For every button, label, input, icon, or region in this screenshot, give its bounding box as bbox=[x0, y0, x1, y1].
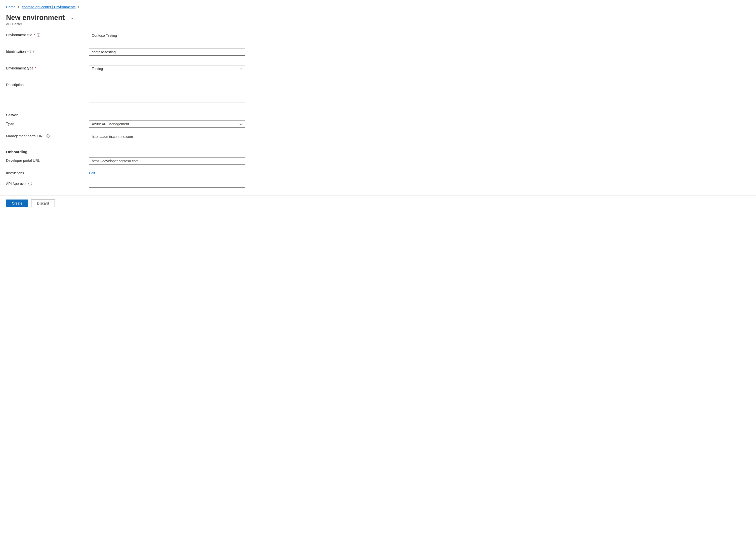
create-button[interactable]: Create bbox=[6, 200, 28, 207]
env-type-select[interactable] bbox=[89, 65, 245, 72]
server-type-select[interactable] bbox=[89, 120, 245, 127]
mgmt-url-input[interactable] bbox=[89, 133, 245, 140]
approver-input[interactable] bbox=[89, 181, 245, 188]
breadcrumb: Home contoso-api-center | Environments bbox=[6, 5, 750, 9]
required-indicator: * bbox=[35, 66, 36, 70]
breadcrumb-parent[interactable]: contoso-api-center | Environments bbox=[22, 5, 75, 9]
required-indicator: * bbox=[27, 50, 29, 54]
onboarding-heading: Onboarding bbox=[6, 150, 247, 154]
server-type-label: Type bbox=[6, 121, 14, 125]
approver-label: API Approver bbox=[6, 182, 27, 186]
breadcrumb-home[interactable]: Home bbox=[6, 5, 15, 9]
page-subtitle: API Center bbox=[6, 22, 750, 26]
instructions-label: Instructions bbox=[6, 171, 24, 175]
env-title-label: Environment title bbox=[6, 33, 32, 37]
env-type-label: Environment type bbox=[6, 66, 34, 70]
footer-bar: Create Discard bbox=[0, 195, 756, 211]
edit-instructions-link[interactable]: Edit bbox=[89, 170, 95, 175]
description-label: Description bbox=[6, 83, 24, 87]
required-indicator: * bbox=[34, 33, 35, 37]
discard-button[interactable]: Discard bbox=[31, 200, 55, 207]
description-input[interactable] bbox=[89, 82, 245, 102]
identification-label: Identification bbox=[6, 50, 26, 54]
env-title-input[interactable] bbox=[89, 32, 245, 39]
page-title: New environment bbox=[6, 14, 65, 22]
server-heading: Server bbox=[6, 113, 247, 117]
info-icon[interactable]: i bbox=[28, 182, 32, 185]
dev-url-input[interactable] bbox=[89, 158, 245, 165]
identification-input[interactable] bbox=[89, 49, 245, 56]
info-icon[interactable]: i bbox=[30, 50, 34, 53]
dev-url-label: Developer portal URL bbox=[6, 159, 40, 163]
info-icon[interactable]: i bbox=[46, 134, 50, 138]
chevron-right-icon bbox=[77, 6, 80, 8]
chevron-right-icon bbox=[17, 6, 20, 8]
page-header: New environment ··· API Center bbox=[6, 14, 750, 26]
more-actions-button[interactable]: ··· bbox=[69, 15, 73, 21]
mgmt-url-label: Management portal URL bbox=[6, 134, 45, 138]
info-icon[interactable]: i bbox=[37, 33, 40, 37]
